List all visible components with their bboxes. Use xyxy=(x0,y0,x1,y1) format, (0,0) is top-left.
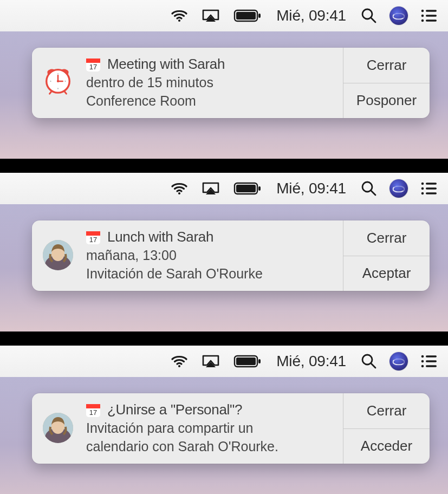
close-button[interactable]: Cerrar xyxy=(343,48,430,83)
accept-button[interactable]: Aceptar xyxy=(343,256,430,291)
notification-title: ¿Unirse a "Personal"? xyxy=(107,401,242,418)
menubar-datetime[interactable]: Mié, 09:41 xyxy=(274,7,348,24)
siri-icon[interactable] xyxy=(389,179,408,198)
notification-title: Meeting with Sarah xyxy=(107,56,225,73)
spotlight-search-icon[interactable] xyxy=(360,7,378,24)
notification-title: Lunch with Sarah xyxy=(107,229,213,245)
alarm-clock-icon xyxy=(32,48,84,118)
notification-location: Conference Room xyxy=(85,92,336,110)
contact-avatar xyxy=(43,240,73,270)
section-divider xyxy=(0,159,448,173)
notification-line-1: Invitación para compartir un xyxy=(85,419,336,438)
airplay-icon[interactable] xyxy=(200,180,221,197)
notification-calendar-share: ¿Unirse a "Personal"? Invitación para co… xyxy=(32,393,430,464)
notification-center-icon[interactable] xyxy=(420,353,438,369)
wifi-icon[interactable] xyxy=(170,353,189,369)
menubar: Mié, 09:41 xyxy=(0,346,448,377)
desktop: Lunch with Sarah mañana, 13:00 Invitació… xyxy=(0,204,448,332)
desktop: Meeting with Sarah dentro de 15 minutos … xyxy=(0,31,448,159)
battery-icon[interactable] xyxy=(233,8,262,24)
calendar-app-icon xyxy=(85,56,101,73)
battery-icon[interactable] xyxy=(233,353,262,369)
notification-center-icon[interactable] xyxy=(420,180,438,197)
spotlight-search-icon[interactable] xyxy=(360,353,378,370)
calendar-app-icon xyxy=(85,229,101,245)
notification-subtitle: Invitación de Sarah O'Rourke xyxy=(85,265,336,283)
desktop: ¿Unirse a "Personal"? Invitación para co… xyxy=(0,377,448,494)
notification-time: mañana, 13:00 xyxy=(85,246,336,265)
spotlight-search-icon[interactable] xyxy=(360,180,378,197)
menubar: Mié, 09:41 xyxy=(0,173,448,204)
snooze-button[interactable]: Posponer xyxy=(343,83,430,119)
contact-avatar xyxy=(43,413,73,443)
notification-center-icon[interactable] xyxy=(420,8,438,24)
close-button[interactable]: Cerrar xyxy=(343,220,430,256)
menubar: Mié, 09:41 xyxy=(0,0,448,31)
menubar-datetime[interactable]: Mié, 09:41 xyxy=(274,353,348,370)
airplay-icon[interactable] xyxy=(200,353,221,369)
notification-calendar-reminder: Meeting with Sarah dentro de 15 minutos … xyxy=(32,48,430,118)
calendar-app-icon xyxy=(85,402,101,418)
join-button[interactable]: Acceder xyxy=(343,429,430,464)
siri-icon[interactable] xyxy=(389,6,408,25)
close-button[interactable]: Cerrar xyxy=(343,393,430,429)
menubar-datetime[interactable]: Mié, 09:41 xyxy=(274,180,348,197)
notification-calendar-invitation: Lunch with Sarah mañana, 13:00 Invitació… xyxy=(32,220,430,291)
notification-time: dentro de 15 minutos xyxy=(85,74,336,92)
siri-icon[interactable] xyxy=(389,352,408,370)
airplay-icon[interactable] xyxy=(200,8,221,24)
notification-line-2: calendario con Sarah O'Rourke. xyxy=(85,438,336,456)
section-divider xyxy=(0,332,448,346)
wifi-icon[interactable] xyxy=(170,8,189,24)
battery-icon[interactable] xyxy=(233,180,262,197)
wifi-icon[interactable] xyxy=(170,180,189,197)
